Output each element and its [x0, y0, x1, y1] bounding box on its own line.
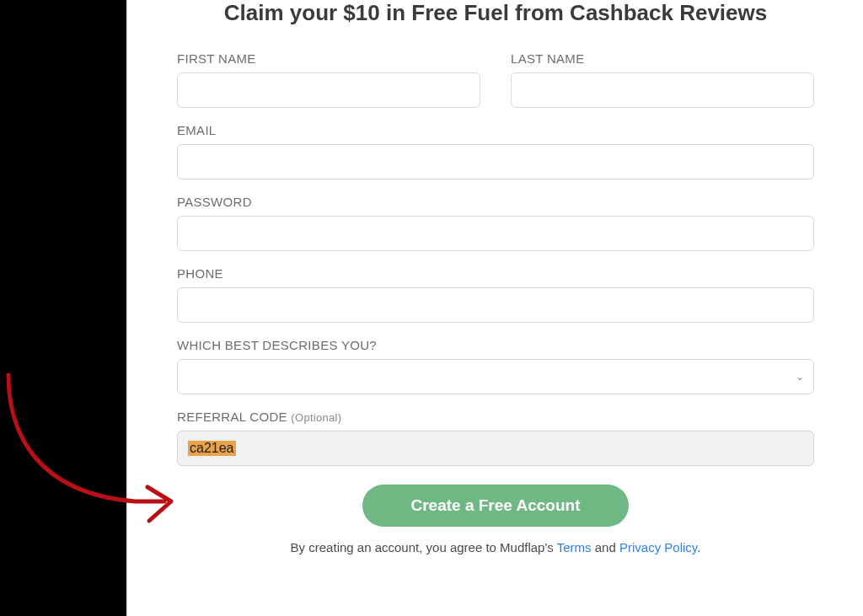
email-label: EMAIL	[177, 123, 814, 137]
password-label: PASSWORD	[177, 195, 814, 209]
first-name-label: FIRST NAME	[177, 51, 480, 66]
form-panel: Claim your $10 in Free Fuel from Cashbac…	[128, 0, 863, 616]
describe-label: WHICH BEST DESCRIBES YOU?	[177, 338, 814, 352]
referral-value: ca21ea	[188, 441, 236, 456]
agree-prefix: By creating an account, you agree to Mud…	[291, 540, 557, 554]
field-password: PASSWORD	[177, 195, 814, 251]
privacy-link[interactable]: Privacy Policy	[619, 540, 697, 554]
agree-suffix: .	[697, 540, 700, 554]
field-referral: REFERRAL CODE (Optional) ca21ea	[177, 410, 814, 466]
agree-text: By creating an account, you agree to Mud…	[177, 540, 814, 554]
referral-label-text: REFERRAL CODE	[177, 410, 291, 424]
field-first-name: FIRST NAME	[177, 51, 480, 108]
field-describe: WHICH BEST DESCRIBES YOU? ⌄	[177, 338, 814, 394]
last-name-label: LAST NAME	[511, 51, 814, 66]
agree-sep: and	[592, 540, 619, 554]
phone-label: PHONE	[177, 266, 814, 281]
email-input[interactable]	[177, 144, 814, 179]
password-input[interactable]	[177, 216, 814, 251]
terms-link[interactable]: Terms	[557, 540, 592, 554]
last-name-input[interactable]	[511, 72, 814, 108]
referral-label: REFERRAL CODE (Optional)	[177, 410, 814, 424]
left-dark-band	[0, 0, 128, 616]
phone-input[interactable]	[177, 287, 814, 323]
field-email: EMAIL	[177, 123, 814, 179]
field-phone: PHONE	[177, 266, 814, 323]
referral-hint: (Optional)	[291, 411, 341, 424]
page-title: Claim your $10 in Free Fuel from Cashbac…	[177, 0, 814, 26]
create-account-button[interactable]: Create a Free Account	[362, 485, 630, 527]
field-last-name: LAST NAME	[511, 51, 814, 108]
referral-input[interactable]: ca21ea	[177, 431, 814, 466]
describe-select[interactable]	[177, 359, 814, 394]
first-name-input[interactable]	[177, 72, 480, 108]
